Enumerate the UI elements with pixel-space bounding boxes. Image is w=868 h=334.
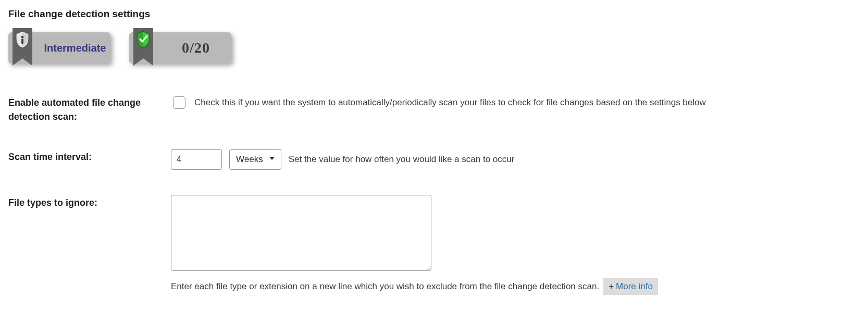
security-score-badge: 0/20 bbox=[129, 32, 231, 64]
ignore-types-row: File types to ignore: Enter each file ty… bbox=[8, 195, 860, 295]
ignore-types-textarea[interactable] bbox=[171, 195, 431, 271]
check-shield-icon bbox=[133, 28, 153, 72]
ignore-types-label: File types to ignore: bbox=[8, 195, 171, 210]
scan-interval-label: Scan time interval: bbox=[8, 149, 171, 164]
svg-rect-1 bbox=[21, 39, 23, 44]
security-level-badge: Intermediate bbox=[8, 32, 110, 64]
chevron-down-icon bbox=[268, 154, 276, 165]
ignore-types-helper: Enter each file type or extension on a n… bbox=[171, 281, 599, 292]
security-level-label: Intermediate bbox=[40, 42, 110, 54]
svg-point-0 bbox=[21, 36, 24, 39]
enable-scan-checkbox[interactable] bbox=[173, 96, 185, 109]
enable-scan-description: Check this if you want the system to aut… bbox=[194, 97, 706, 108]
scan-interval-description: Set the value for how often you would li… bbox=[289, 154, 515, 165]
scan-interval-row: Scan time interval: Weeks Set the value … bbox=[8, 149, 860, 170]
enable-scan-row: Enable automated file change detection s… bbox=[8, 95, 860, 124]
more-info-label: More info bbox=[616, 281, 653, 292]
scan-interval-unit-select[interactable]: Weeks bbox=[229, 149, 281, 170]
exclamation-shield-icon bbox=[13, 28, 32, 72]
badge-row: Intermediate 0/20 bbox=[8, 32, 860, 64]
plus-icon: + bbox=[609, 281, 614, 292]
section-title: File change detection settings bbox=[8, 8, 860, 20]
enable-scan-label: Enable automated file change detection s… bbox=[8, 95, 171, 124]
scan-interval-unit-value: Weeks bbox=[236, 154, 263, 165]
security-score-label: 0/20 bbox=[160, 40, 231, 56]
scan-interval-input[interactable] bbox=[171, 149, 222, 170]
more-info-button[interactable]: + More info bbox=[603, 278, 658, 295]
